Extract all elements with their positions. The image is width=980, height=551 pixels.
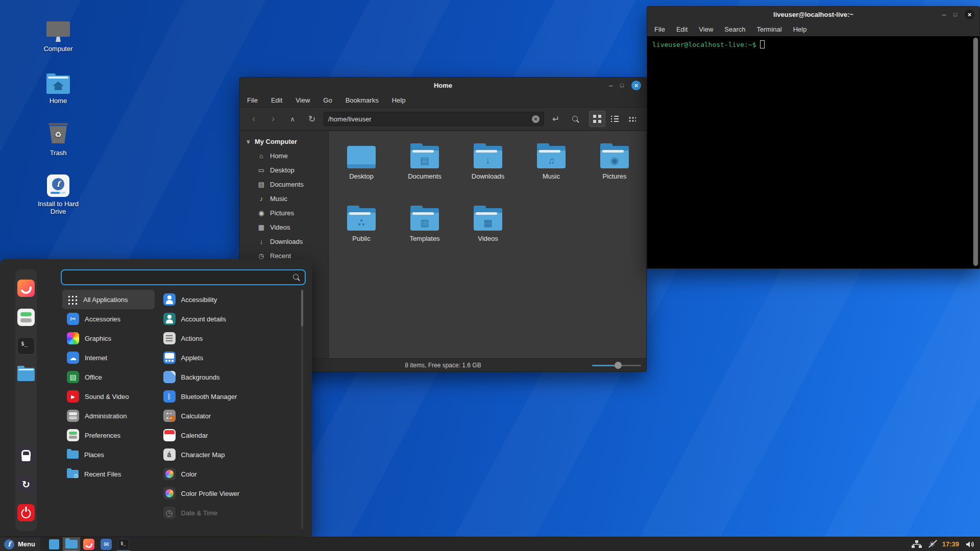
fm-menu-file[interactable]: File: [247, 96, 258, 104]
start-menu-button[interactable]: Menu: [0, 537, 40, 551]
terminal-output[interactable]: liveuser@localhost-live:~$: [647, 36, 979, 268]
volume-icon[interactable]: [966, 540, 975, 548]
terminal-menu-search[interactable]: Search: [724, 26, 745, 33]
app-color-profile-viewer[interactable]: Color Profile Viewer: [159, 484, 305, 503]
app-color[interactable]: Color: [159, 464, 305, 484]
app-character-map[interactable]: Character Map: [159, 445, 305, 464]
folder-pictures[interactable]: Pictures: [586, 143, 643, 180]
folder-public[interactable]: Public: [333, 206, 390, 242]
taskbar-file-manager-button[interactable]: [63, 537, 80, 551]
sidebar-item-downloads[interactable]: Downloads: [240, 234, 328, 248]
sidebar-item-music[interactable]: Music: [240, 191, 328, 206]
search-button[interactable]: [568, 111, 583, 127]
minimize-button[interactable]: [609, 82, 612, 89]
fm-file-area[interactable]: Desktop Documents Downloads Music: [329, 131, 646, 358]
scrollbar-thumb[interactable]: [301, 290, 303, 327]
fm-menu-help[interactable]: Help: [392, 96, 406, 104]
terminal-menu-file[interactable]: File: [654, 26, 665, 33]
app-calendar[interactable]: Calendar: [159, 425, 305, 445]
menu-scrollbar[interactable]: [301, 290, 303, 529]
category-places[interactable]: Places: [62, 445, 155, 464]
slider-knob[interactable]: [615, 362, 622, 369]
fm-menu-go[interactable]: Go: [323, 96, 332, 104]
taskbar-mail-button[interactable]: [97, 537, 115, 551]
network-icon[interactable]: [912, 540, 922, 548]
folder-downloads[interactable]: Downloads: [459, 143, 517, 180]
fm-menu-bookmarks[interactable]: Bookmarks: [346, 96, 379, 104]
app-backgrounds[interactable]: Backgrounds: [159, 367, 305, 387]
compact-view-button[interactable]: [624, 111, 640, 127]
firefox-launcher-icon[interactable]: [17, 280, 35, 297]
list-view-button[interactable]: [606, 111, 623, 127]
up-button[interactable]: [285, 111, 300, 127]
terminal-menu-edit[interactable]: Edit: [676, 26, 688, 33]
app-bluetooth-manager[interactable]: Bluetooth Manager: [159, 387, 305, 406]
app-date-time[interactable]: Date & Time: [159, 503, 305, 522]
app-account-details[interactable]: Account details: [159, 309, 305, 329]
folder-templates[interactable]: Templates: [396, 206, 453, 242]
icon-view-button[interactable]: [589, 111, 605, 127]
forward-button[interactable]: [265, 111, 281, 127]
category-sound-video[interactable]: Sound & Video: [62, 387, 155, 406]
desktop-icon-computer[interactable]: Computer: [30, 17, 86, 53]
folder-music[interactable]: Music: [523, 143, 580, 180]
file-manager-launcher-icon[interactable]: [17, 366, 35, 383]
taskbar-terminal-button[interactable]: [115, 537, 132, 551]
terminal-titlebar[interactable]: liveuser@localhost-live:~: [647, 7, 979, 22]
chevron-down-icon[interactable]: [246, 138, 251, 145]
minimize-button[interactable]: [942, 11, 946, 18]
fm-menu-edit[interactable]: Edit: [271, 96, 282, 104]
clear-path-icon[interactable]: [532, 115, 540, 123]
category-graphics[interactable]: Graphics: [62, 329, 155, 348]
terminal-menu-help[interactable]: Help: [793, 26, 807, 33]
path-bar[interactable]: /home/liveuser: [324, 112, 544, 126]
maximize-button[interactable]: [620, 83, 624, 88]
refresh-button[interactable]: [304, 111, 320, 127]
taskbar-firefox-button[interactable]: [80, 537, 97, 551]
sidebar-item-home[interactable]: Home: [240, 148, 328, 163]
leave-session-icon[interactable]: [17, 475, 35, 493]
category-administration[interactable]: Administration: [62, 406, 155, 425]
desktop-icon-trash[interactable]: Trash: [30, 121, 86, 157]
sidebar-item-desktop[interactable]: Desktop: [240, 163, 328, 177]
category-all-applications[interactable]: All Applications: [62, 290, 155, 309]
settings-launcher-icon[interactable]: [17, 309, 35, 326]
close-button[interactable]: [965, 10, 974, 19]
category-accessories[interactable]: Accessories: [62, 309, 155, 329]
category-office[interactable]: Office: [62, 367, 155, 387]
sidebar-item-videos[interactable]: Videos: [240, 220, 328, 234]
desktop-icon-install[interactable]: Install to Hard Drive: [30, 172, 86, 215]
terminal-launcher-icon[interactable]: [17, 337, 35, 355]
maximize-button[interactable]: [953, 12, 957, 17]
terminal-menu-terminal[interactable]: Terminal: [757, 26, 782, 33]
menu-search-box[interactable]: [61, 269, 306, 285]
jump-to-button[interactable]: [548, 111, 564, 127]
taskbar-clock[interactable]: 17:39: [942, 540, 959, 548]
sidebar-root-my-computer[interactable]: My Computer: [240, 134, 328, 148]
app-actions[interactable]: Actions: [159, 329, 305, 348]
folder-videos[interactable]: Videos: [459, 206, 517, 242]
scrollbar-thumb[interactable]: [973, 38, 978, 266]
taskbar-desktop-button[interactable]: [45, 537, 63, 551]
terminal-menu-view[interactable]: View: [699, 26, 713, 33]
app-applets[interactable]: Applets: [159, 348, 305, 367]
fm-menu-view[interactable]: View: [296, 96, 310, 104]
fm-titlebar[interactable]: Home: [240, 78, 646, 93]
screensaver-inhibited-icon[interactable]: [928, 540, 935, 549]
category-recent-files[interactable]: Recent Files: [62, 464, 155, 484]
terminal-scrollbar[interactable]: [973, 37, 978, 266]
zoom-slider[interactable]: [592, 362, 641, 369]
folder-documents[interactable]: Documents: [396, 143, 453, 180]
desktop-icon-home[interactable]: Home: [30, 69, 86, 105]
shutdown-icon[interactable]: [17, 504, 35, 521]
lock-screen-icon[interactable]: [17, 447, 35, 464]
close-button[interactable]: [631, 81, 641, 90]
sidebar-item-pictures[interactable]: Pictures: [240, 206, 328, 220]
folder-desktop[interactable]: Desktop: [333, 143, 390, 180]
menu-search-input[interactable]: [67, 273, 293, 281]
category-internet[interactable]: Internet: [62, 348, 155, 367]
app-accessibility[interactable]: Accessibility: [159, 290, 305, 309]
sidebar-item-documents[interactable]: Documents: [240, 177, 328, 191]
category-preferences[interactable]: Preferences: [62, 425, 155, 445]
app-calculator[interactable]: Calculator: [159, 406, 305, 425]
